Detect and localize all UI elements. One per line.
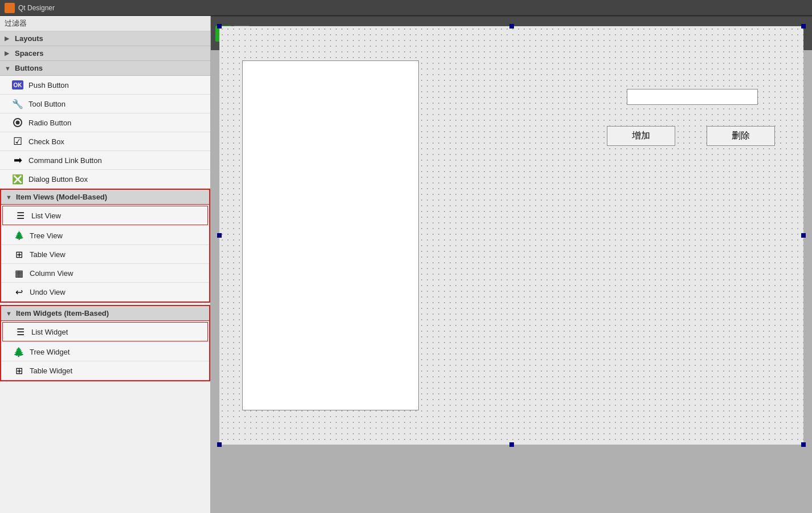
- arrow-item-views: ▼: [6, 194, 13, 201]
- category-item-widgets[interactable]: ▼ Item Widgets (Item-Based): [1, 306, 209, 321]
- dialog-icon: ❎: [12, 174, 23, 185]
- table-widget-label: Table Widget: [30, 367, 72, 375]
- treeview-icon: 🌲: [14, 231, 24, 240]
- list-widget-label: List Widget: [31, 328, 68, 336]
- check-box-label: Check Box: [28, 137, 64, 146]
- radio-button-label: Radio Button: [28, 119, 71, 127]
- tableview-icon: ⊞: [15, 249, 23, 260]
- push-button-label: Push Button: [28, 81, 69, 89]
- treewidget-icon: 🌲: [13, 347, 25, 357]
- handle-ml[interactable]: [217, 233, 222, 238]
- handle-tc[interactable]: [509, 24, 514, 28]
- app-icon: [5, 3, 15, 13]
- handle-tr[interactable]: [801, 24, 806, 28]
- handle-br[interactable]: [801, 442, 806, 447]
- category-item-views-label: Item Views (Model-Based): [16, 193, 107, 201]
- table-view-icon: ⊞: [13, 248, 25, 260]
- handle-bc[interactable]: [509, 442, 514, 447]
- category-layouts[interactable]: ▶ Layouts: [0, 31, 210, 46]
- arrow-layouts: ▶: [5, 35, 11, 42]
- sidebar-list[interactable]: ▶ Layouts ▶ Spacers ▼ Buttons OK Push Bu…: [0, 31, 210, 513]
- tool-icon: 🔧: [12, 99, 23, 109]
- command-link-icon: ➡: [11, 154, 24, 166]
- sidebar-item-table-view[interactable]: ⊞ Table View: [1, 245, 209, 264]
- handle-bl[interactable]: [217, 442, 222, 447]
- sidebar: 过滤器 ▶ Layouts ▶ Spacers ▼ Buttons: [0, 16, 211, 513]
- sidebar-item-radio-button[interactable]: Radio Button: [0, 113, 210, 132]
- ok-icon: OK: [12, 80, 23, 89]
- radio-icon: [13, 118, 22, 127]
- listview-icon: ☰: [17, 210, 25, 221]
- category-item-views[interactable]: ▼ Item Views (Model-Based): [1, 190, 209, 205]
- radio-button-icon: [11, 116, 24, 129]
- category-layouts-label: Layouts: [15, 34, 43, 43]
- sidebar-item-list-widget[interactable]: ☰ List Widget: [2, 322, 208, 341]
- sidebar-item-table-widget[interactable]: ⊞ Table Widget: [1, 361, 209, 380]
- arrow-buttons: ▼: [5, 65, 11, 72]
- check-box-icon: ☑: [11, 135, 24, 148]
- table-widget-icon: ⊞: [13, 364, 25, 377]
- item-views-group: ▼ Item Views (Model-Based) ☰ List View 🌲…: [0, 189, 210, 303]
- handle-tl[interactable]: [217, 24, 222, 28]
- tool-button-icon: 🔧: [11, 97, 24, 110]
- design-canvas[interactable]: 增加 删除: [219, 26, 803, 445]
- canvas-area: 增加 删除 + — 发送者 ▼ 信号: [211, 16, 812, 513]
- sidebar-item-command-link-button[interactable]: ➡ Command Link Button: [0, 151, 210, 170]
- undoview-icon: ↩: [15, 287, 23, 298]
- undo-view-label: Undo View: [30, 288, 66, 296]
- cmd-icon: ➡: [14, 154, 22, 166]
- tree-view-label: Tree View: [30, 231, 63, 240]
- category-buttons-label: Buttons: [15, 64, 43, 72]
- tree-view-icon: 🌲: [13, 229, 25, 242]
- canvas-add-button[interactable]: 增加: [607, 126, 675, 146]
- category-buttons[interactable]: ▼ Buttons: [0, 61, 210, 76]
- list-view-label: List View: [31, 211, 61, 220]
- list-view-icon: ☰: [14, 209, 27, 222]
- sidebar-item-dialog-button-box[interactable]: ❎ Dialog Button Box: [0, 170, 210, 189]
- sidebar-item-tree-view[interactable]: 🌲 Tree View: [1, 226, 209, 245]
- listwidget-icon: ☰: [17, 327, 25, 337]
- arrow-spacers: ▶: [5, 50, 11, 57]
- sidebar-item-undo-view[interactable]: ↩ Undo View: [1, 283, 209, 302]
- category-spacers-label: Spacers: [15, 49, 44, 58]
- column-view-label: Column View: [30, 269, 73, 278]
- tool-button-label: Tool Button: [28, 100, 66, 108]
- inner-list-panel: [242, 60, 419, 410]
- sidebar-item-list-view[interactable]: ☰ List View: [2, 206, 208, 225]
- tree-widget-label: Tree Widget: [30, 348, 70, 356]
- filter-bar: 过滤器: [0, 16, 210, 31]
- sidebar-item-check-box[interactable]: ☑ Check Box: [0, 132, 210, 151]
- command-link-label: Command Link Button: [28, 156, 102, 165]
- top-bar: Qt Designer: [0, 0, 812, 16]
- list-widget-icon: ☰: [14, 325, 27, 338]
- dialog-button-icon: ❎: [11, 173, 24, 185]
- dialog-button-label: Dialog Button Box: [28, 175, 88, 184]
- canvas-delete-button[interactable]: 删除: [707, 126, 775, 146]
- tablewidget-icon: ⊞: [15, 365, 23, 376]
- category-item-widgets-label: Item Widgets (Item-Based): [16, 309, 109, 317]
- category-spacers[interactable]: ▶ Spacers: [0, 46, 210, 61]
- canvas-input-field[interactable]: [627, 89, 758, 105]
- columnview-icon: ▦: [15, 268, 23, 279]
- column-view-icon: ▦: [13, 267, 25, 279]
- sidebar-item-column-view[interactable]: ▦ Column View: [1, 264, 209, 283]
- sidebar-item-tree-widget[interactable]: 🌲 Tree Widget: [1, 343, 209, 361]
- tree-widget-icon: 🌲: [13, 345, 25, 358]
- handle-mr[interactable]: [801, 233, 806, 238]
- app-title: Qt Designer: [18, 4, 55, 12]
- table-view-label: Table View: [30, 250, 66, 259]
- main-area: 过滤器 ▶ Layouts ▶ Spacers ▼ Buttons: [0, 16, 812, 513]
- filter-label: 过滤器: [5, 19, 27, 27]
- undo-view-icon: ↩: [13, 286, 25, 298]
- sidebar-item-push-button[interactable]: OK Push Button: [0, 76, 210, 95]
- checkbox-icon: ☑: [13, 135, 22, 148]
- item-widgets-group: ▼ Item Widgets (Item-Based) ☰ List Widge…: [0, 305, 210, 381]
- buttons-group: ▼ Buttons OK Push Button 🔧 Tool Button: [0, 61, 210, 189]
- arrow-item-widgets: ▼: [6, 310, 13, 317]
- push-button-icon: OK: [11, 79, 24, 91]
- sidebar-item-tool-button[interactable]: 🔧 Tool Button: [0, 95, 210, 113]
